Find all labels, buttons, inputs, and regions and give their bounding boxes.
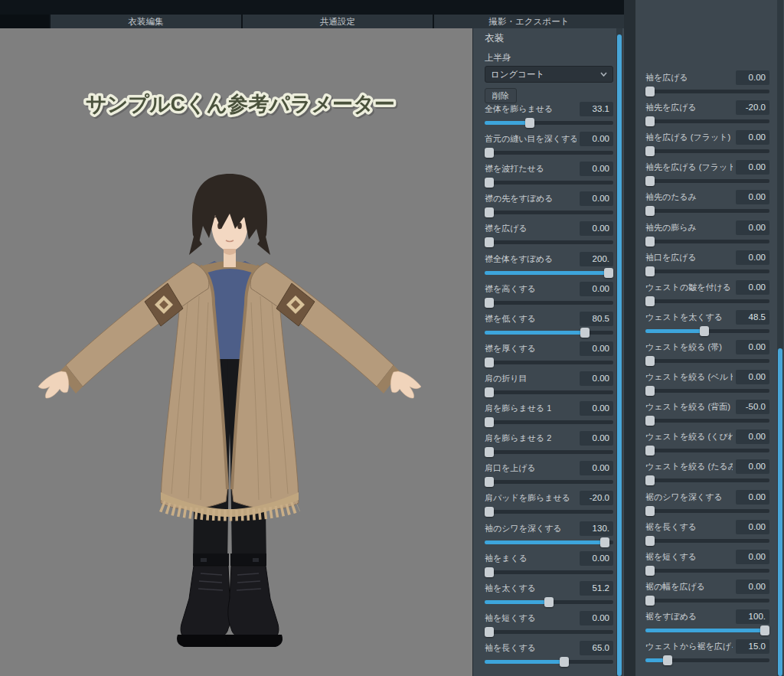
slider-handle[interactable] [580,328,590,338]
slider-value-field[interactable]: 0.00 [580,611,613,625]
slider-handle[interactable] [700,326,709,336]
slider-track[interactable] [645,569,769,573]
slider-track[interactable] [645,269,769,273]
slider-value-field[interactable]: 51.2 [580,581,613,596]
tab-costume-edit[interactable]: 衣装編集 [51,15,241,28]
slider-track[interactable] [485,660,613,664]
slider-track[interactable] [645,119,769,123]
slider-handle[interactable] [485,417,494,427]
slider-handle[interactable] [645,237,655,247]
slider-handle[interactable] [645,266,655,276]
slider-value-field[interactable]: 0.00 [736,250,769,265]
slider-handle[interactable] [645,176,655,186]
model-viewport[interactable]: サンプルCくん参考パラメーター [0,28,472,676]
slider-handle[interactable] [645,146,655,156]
slider-handle[interactable] [645,566,655,576]
delete-button[interactable]: 削除 [485,88,517,103]
slider-track[interactable] [645,449,769,452]
slider-handle[interactable] [645,296,655,306]
tab-partial-left[interactable] [0,15,49,28]
slider-handle[interactable] [485,477,494,487]
slider-track[interactable] [645,209,769,213]
slider-value-field[interactable]: 0.00 [736,490,769,505]
slider-track[interactable] [645,90,769,93]
slider-handle[interactable] [645,506,655,516]
tab-common-settings[interactable]: 共通設定 [243,15,433,28]
slider-value-field[interactable]: 0.00 [736,130,769,145]
slider-value-field[interactable]: 0.00 [736,340,769,354]
slider-track[interactable] [645,509,769,513]
slider-track[interactable] [485,420,613,424]
slider-handle[interactable] [604,268,613,278]
tab-capture-export[interactable]: 撮影・エクスポート [434,15,624,28]
slider-value-field[interactable]: 0.00 [736,429,769,444]
slider-value-field[interactable]: -20.0 [580,491,613,505]
slider-handle[interactable] [525,118,534,128]
slider-handle[interactable] [760,625,769,635]
slider-handle[interactable] [645,416,655,426]
slider-handle[interactable] [645,536,655,546]
slider-track[interactable] [485,480,613,484]
slider-value-field[interactable]: 15.0 [736,639,769,654]
slider-value-field[interactable]: 0.00 [736,580,769,594]
slider-track[interactable] [485,450,613,454]
slider-handle[interactable] [485,447,494,457]
slider-track[interactable] [645,419,769,423]
slider-handle[interactable] [645,87,655,96]
slider-track[interactable] [645,389,769,393]
slider-track[interactable] [645,359,769,363]
slider-value-field[interactable]: 0.00 [736,190,769,204]
slider-value-field[interactable]: 200. [580,252,613,266]
slider-handle[interactable] [485,507,494,517]
slider-value-field[interactable]: 0.00 [580,371,613,386]
slider-value-field[interactable]: -50.0 [736,400,769,414]
costume-panel-scrollbar[interactable] [616,28,622,676]
slider-handle[interactable] [485,387,494,397]
slider-value-field[interactable]: 80.5 [580,312,613,326]
slider-handle[interactable] [560,657,569,667]
slider-handle[interactable] [645,596,655,606]
slider-handle[interactable] [485,298,494,308]
slider-track[interactable] [645,599,769,603]
slider-handle[interactable] [485,358,494,367]
slider-handle[interactable] [544,597,554,607]
slider-track[interactable] [485,211,613,214]
slider-track[interactable] [645,658,769,662]
slider-value-field[interactable]: 0.00 [736,520,769,534]
slider-handle[interactable] [645,206,655,216]
slider-handle[interactable] [645,356,655,366]
slider-track[interactable] [485,540,613,544]
slider-handle[interactable] [645,116,655,126]
slider-value-field[interactable]: 100. [736,609,769,624]
slider-track[interactable] [485,240,613,244]
slider-track[interactable] [485,271,613,275]
slider-handle[interactable] [485,627,494,637]
slider-value-field[interactable]: 0.00 [580,341,613,356]
slider-value-field[interactable]: 130. [580,521,613,536]
slider-track[interactable] [485,301,613,305]
slider-track[interactable] [485,151,613,155]
slider-handle[interactable] [485,237,494,247]
slider-value-field[interactable]: 0.00 [736,70,769,85]
detail-panel-scrollbar[interactable] [777,0,783,676]
slider-track[interactable] [645,329,769,333]
slider-value-field[interactable]: 0.00 [580,282,613,296]
slider-track[interactable] [645,299,769,303]
slider-track[interactable] [485,570,613,574]
slider-value-field[interactable]: 0.00 [580,431,613,446]
slider-value-field[interactable]: 33.1 [580,102,613,116]
slider-value-field[interactable]: 0.00 [736,370,769,384]
slider-value-field[interactable]: 48.5 [736,310,769,325]
slider-value-field[interactable]: 0.00 [736,550,769,564]
slider-value-field[interactable]: 0.00 [736,459,769,474]
costume-item-select[interactable]: ロングコート [485,66,613,83]
slider-value-field[interactable]: 0.00 [736,280,769,295]
slider-value-field[interactable]: -20.0 [736,100,769,115]
slider-value-field[interactable]: 0.00 [580,221,613,236]
slider-track[interactable] [485,361,613,364]
slider-handle[interactable] [485,148,494,158]
slider-track[interactable] [645,179,769,183]
slider-handle[interactable] [485,178,494,188]
slider-value-field[interactable]: 65.0 [580,641,613,655]
slider-track[interactable] [485,390,613,394]
